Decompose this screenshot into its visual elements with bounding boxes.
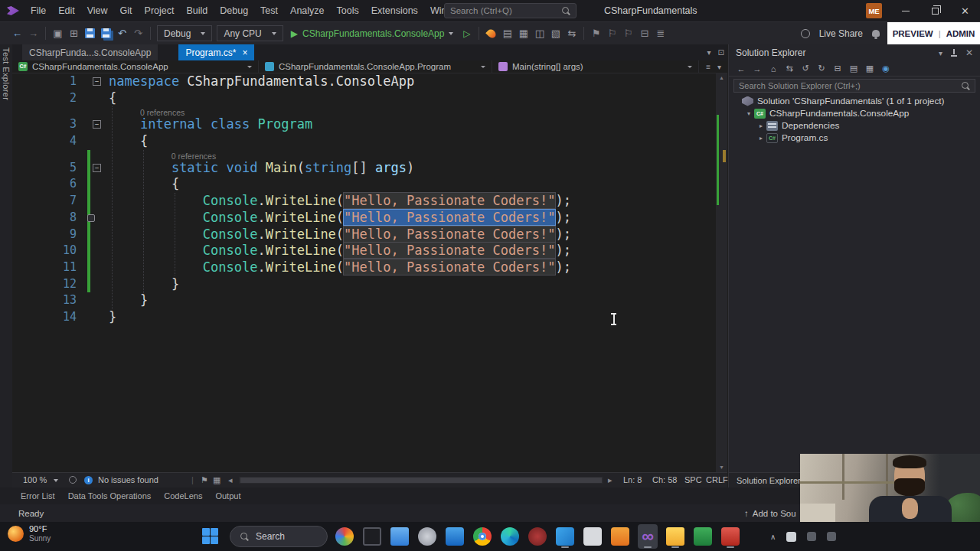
quick-search-box[interactable]: Search (Ctrl+Q) — [444, 3, 577, 18]
document-outline-icon[interactable]: ≡ — [706, 63, 710, 71]
vertical-scrollbar[interactable]: ▲ ▼ — [716, 73, 727, 472]
menu-test[interactable]: Test — [254, 0, 284, 21]
menu-project[interactable]: Project — [139, 0, 181, 21]
bottom-tab-error-list[interactable]: Error List — [21, 491, 55, 500]
taskbar-folder-icon[interactable] — [665, 524, 685, 549]
horizontal-scrollbar-thumb[interactable] — [240, 478, 602, 483]
menu-git[interactable]: Git — [114, 0, 139, 21]
code-line-9[interactable]: 9 Console.WriteLine("Hello, Passionate C… — [12, 227, 716, 243]
close-icon[interactable]: ✕ — [965, 47, 973, 58]
bookmark-folder-icon[interactable]: ⊟ — [636, 24, 652, 43]
taskbar-pinwheel-app-icon[interactable] — [335, 524, 354, 549]
next-bookmark-icon[interactable]: ⚐ — [620, 24, 636, 43]
live-unit-testing-icon[interactable]: ▤ — [499, 24, 515, 43]
taskbar-light-app-icon[interactable] — [583, 524, 603, 549]
home-icon[interactable]: ⌂ — [766, 64, 780, 73]
line-ending-indicator[interactable]: CRLF — [706, 473, 728, 487]
undo-icon[interactable]: ↶ — [114, 24, 130, 43]
horizontal-scrollbar[interactable] — [239, 477, 603, 484]
start-without-debugging-button[interactable]: ▷ — [459, 24, 475, 43]
start-button[interactable] — [202, 528, 219, 545]
code-line-13[interactable]: 13 } — [12, 292, 716, 309]
forward-icon[interactable]: → — [750, 64, 764, 73]
taskbar-visual-studio-icon[interactable]: ∞ — [638, 524, 658, 549]
scroll-right-arrow-icon[interactable]: ▸ — [608, 473, 612, 487]
add-item-icon[interactable]: ⊞ — [66, 24, 82, 43]
solution-explorer-search[interactable]: Search Solution Explorer (Ctrl+;) — [733, 79, 975, 93]
taskbar-red-app-icon[interactable] — [720, 524, 740, 549]
compare-files-icon[interactable]: ⇆ — [564, 24, 580, 43]
expander-icon[interactable]: ▸ — [756, 122, 766, 129]
configuration-dropdown[interactable]: Debug — [157, 25, 212, 41]
bottom-tab-data-tools-operations[interactable]: Data Tools Operations — [68, 491, 152, 500]
navigate-forward-icon[interactable]: → — [25, 24, 41, 43]
tray-app-icon[interactable] — [807, 532, 816, 541]
float-window-icon[interactable]: ⊡ — [718, 48, 724, 57]
save-all-icon[interactable] — [98, 24, 114, 43]
taskbar-search-box[interactable]: Search — [230, 526, 328, 547]
spaces-indicator[interactable]: SPC — [684, 473, 702, 487]
taskbar-edge-icon[interactable] — [500, 524, 520, 549]
close-button[interactable]: ✕ — [950, 0, 980, 21]
taskbar-chrome-icon[interactable] — [472, 524, 492, 549]
code-line-10[interactable]: 10 Console.WriteLine("Hello, Passionate … — [12, 243, 716, 259]
menu-debug[interactable]: Debug — [214, 0, 254, 21]
properties-icon[interactable]: ▦ — [863, 64, 877, 73]
status-strip-icon[interactable]: ▦ — [213, 473, 220, 487]
menu-view[interactable]: View — [81, 0, 114, 21]
notifications-bell-icon[interactable] — [872, 30, 880, 37]
code-line-3[interactable]: 3− internal class Program — [12, 116, 716, 133]
bottom-tab-codelens[interactable]: CodeLens — [164, 491, 202, 500]
previous-bookmark-icon[interactable]: ⚐ — [604, 24, 620, 43]
taskbar-green-app-icon[interactable] — [693, 524, 713, 549]
restore-button[interactable] — [920, 0, 950, 21]
document-tab-0[interactable]: CSharpFunda...s.ConsoleApp — [22, 44, 158, 60]
taskbar-blue-app-icon[interactable] — [445, 524, 465, 549]
code-line-2[interactable]: 2{ — [12, 90, 716, 107]
tree-item-0[interactable]: Solution 'CSharpFundamentals' (1 of 1 pr… — [729, 95, 980, 107]
pin-icon[interactable] — [950, 49, 958, 57]
show-all-files-icon[interactable]: ▤ — [847, 64, 861, 73]
code-line-1[interactable]: 1−namespace CSharpFundamentals.ConsoleAp… — [12, 73, 716, 90]
save-icon[interactable] — [82, 24, 98, 43]
tree-item-1[interactable]: ▾CSharpFundamentals.ConsoleApp — [729, 107, 980, 119]
menu-file[interactable]: File — [24, 0, 52, 21]
new-project-icon[interactable]: ▣ — [50, 24, 66, 43]
tree-item-3[interactable]: ▸Program.cs — [729, 132, 980, 144]
minimize-button[interactable] — [890, 0, 920, 21]
fold-marker[interactable]: − — [93, 120, 101, 129]
account-badge[interactable]: ME — [866, 3, 882, 18]
taskbar-maroon-app-icon[interactable] — [528, 524, 547, 549]
issues-status[interactable]: No issues found — [98, 473, 158, 487]
switch-views-icon[interactable]: ⇆ — [782, 64, 796, 73]
add-to-source-control[interactable]: ↑ Add to Sou — [744, 509, 796, 518]
redo-icon[interactable]: ↷ — [130, 24, 146, 43]
document-tab-1[interactable]: Program.cs*× — [178, 44, 254, 60]
breadcrumb-project[interactable]: CSharpFundamentals.ConsoleApp — [12, 60, 259, 73]
breadcrumb-type[interactable]: CSharpFundamentals.ConsoleApp.Program — [259, 60, 492, 73]
code-editor[interactable]: 1−namespace CSharpFundamentals.ConsoleAp… — [12, 73, 716, 472]
zoom-dropdown-icon[interactable] — [54, 479, 58, 482]
taskbar-vscode-icon[interactable] — [555, 524, 575, 549]
issues-info-icon[interactable]: i — [84, 476, 93, 484]
bookmark-icon[interactable]: ⚑ — [588, 24, 604, 43]
navigate-backward-icon[interactable]: ← — [9, 24, 25, 43]
code-line-7[interactable]: 7 Console.WriteLine("Hello, Passionate C… — [12, 193, 716, 210]
scroll-down-arrow-icon[interactable]: ▼ — [716, 463, 727, 472]
code-cleanup-icon[interactable]: ⚑ — [201, 473, 208, 487]
expander-icon[interactable]: ▸ — [756, 135, 766, 142]
code-line-8[interactable]: 8 Console.WriteLine("Hello, Passionate C… — [12, 210, 716, 227]
live-share-button[interactable]: Live Share — [819, 28, 863, 39]
tray-app-icon[interactable] — [827, 532, 836, 541]
bookmark-list-icon[interactable]: ≣ — [652, 24, 668, 43]
start-debugging-button[interactable]: ▶ CSharpFundamentals.ConsoleApp — [291, 28, 454, 39]
menu-extensions[interactable]: Extensions — [365, 0, 424, 21]
menu-build[interactable]: Build — [180, 0, 214, 21]
code-map-icon[interactable]: ◫ — [531, 24, 547, 43]
quick-actions-icon[interactable] — [87, 214, 95, 222]
menu-tools[interactable]: Tools — [331, 0, 365, 21]
taskbar-virtual-desktop-icon[interactable] — [362, 524, 382, 549]
active-files-dropdown-icon[interactable]: ▾ — [707, 48, 711, 57]
tray-chevron-up-icon[interactable]: ∧ — [770, 533, 776, 541]
taskbar-gray-app-icon[interactable] — [417, 524, 437, 549]
